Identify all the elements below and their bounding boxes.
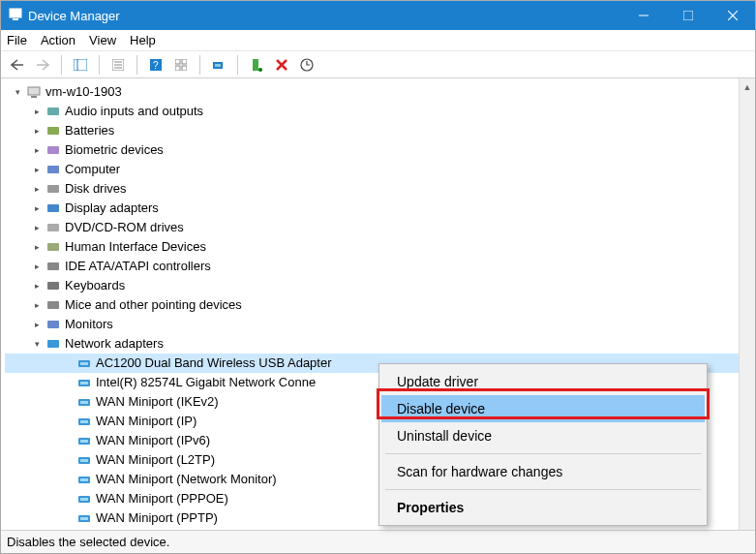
svg-rect-16: [175, 66, 180, 71]
tree-category[interactable]: ▸Monitors: [5, 315, 739, 334]
tree-category[interactable]: ▸Keyboards: [5, 276, 739, 295]
toolbar-separator: [199, 55, 200, 75]
network-adapter-icon: [76, 394, 92, 410]
chevron-right-icon[interactable]: ▸: [30, 298, 44, 312]
network-adapter-icon: [76, 452, 92, 468]
tree-category[interactable]: ▸Batteries: [5, 121, 739, 140]
toolbar-separator: [237, 55, 238, 75]
tree-category[interactable]: ▸Computer: [5, 160, 739, 179]
device-label: Intel(R) 82574L Gigabit Network Conne: [96, 373, 316, 392]
toolbar-separator: [61, 55, 62, 75]
svg-point-21: [258, 68, 262, 72]
scan-hardware-icon[interactable]: [208, 54, 229, 76]
svg-rect-20: [253, 59, 258, 71]
chevron-right-icon[interactable]: ▸: [30, 318, 44, 331]
svg-rect-6: [74, 59, 87, 71]
menu-file[interactable]: File: [7, 33, 27, 47]
ctx-disable-device[interactable]: Disable device: [381, 395, 705, 422]
category-icon: [45, 123, 61, 138]
ctx-scan-hardware[interactable]: Scan for hardware changes: [381, 458, 705, 485]
tree-category[interactable]: ▸IDE ATA/ATAPI controllers: [5, 257, 739, 276]
close-button[interactable]: [711, 1, 755, 30]
tree-category[interactable]: ▸Human Interface Devices: [5, 237, 739, 257]
svg-rect-55: [80, 498, 88, 501]
device-label: WAN Miniport (PPTP): [96, 508, 218, 528]
root-label: vm-w10-1903: [45, 82, 122, 102]
category-label: IDE ATA/ATAPI controllers: [65, 257, 211, 276]
uninstall-icon[interactable]: [271, 54, 292, 76]
forward-button[interactable]: [32, 54, 53, 76]
category-icon: [45, 142, 61, 158]
ctx-uninstall-device[interactable]: Uninstall device: [381, 422, 705, 449]
category-icon: [45, 336, 61, 352]
svg-rect-28: [47, 127, 59, 135]
category-label: Disk drives: [65, 179, 127, 199]
menu-help[interactable]: Help: [130, 33, 156, 47]
back-button[interactable]: [7, 54, 28, 76]
svg-rect-26: [31, 96, 37, 98]
category-label: Audio inputs and outputs: [65, 102, 203, 121]
scroll-up-icon[interactable]: ▲: [740, 78, 755, 95]
menu-action[interactable]: Action: [41, 33, 76, 47]
svg-rect-25: [28, 87, 40, 95]
ctx-separator: [385, 489, 701, 490]
tree-root[interactable]: ▾ vm-w10-1903: [5, 82, 739, 102]
menu-view[interactable]: View: [89, 33, 116, 47]
computer-icon: [26, 84, 42, 100]
minimize-button[interactable]: [621, 1, 666, 30]
category-label: Biometric devices: [65, 140, 164, 160]
tree-category[interactable]: ▸Audio inputs and outputs: [5, 102, 739, 121]
chevron-right-icon[interactable]: ▸: [30, 143, 44, 157]
tile-icon[interactable]: [170, 54, 192, 76]
status-text: Disables the selected device.: [7, 535, 169, 549]
help-icon[interactable]: ?: [145, 54, 166, 76]
svg-rect-0: [10, 9, 21, 17]
category-icon: [45, 220, 61, 235]
category-label: Network adapters: [65, 334, 164, 354]
window-title: Device Manager: [28, 9, 621, 23]
enable-device-icon[interactable]: [246, 54, 267, 76]
chevron-right-icon[interactable]: ▸: [30, 221, 44, 234]
device-label: AC1200 Dual Band Wireless USB Adapter: [96, 354, 332, 373]
svg-rect-19: [215, 64, 221, 67]
chevron-right-icon[interactable]: ▸: [30, 201, 44, 215]
svg-rect-29: [47, 146, 59, 154]
properties-icon[interactable]: [107, 54, 129, 76]
chevron-down-icon[interactable]: ▾: [11, 85, 24, 99]
chevron-down-icon[interactable]: ▾: [30, 337, 44, 351]
ctx-update-driver[interactable]: Update driver: [381, 368, 705, 395]
svg-rect-34: [47, 243, 59, 251]
toolbar: ?: [1, 51, 755, 78]
tree-category[interactable]: ▸Display adapters: [5, 199, 739, 218]
chevron-right-icon[interactable]: ▸: [30, 240, 44, 254]
tree-category[interactable]: ▸Disk drives: [5, 179, 739, 199]
chevron-right-icon[interactable]: ▸: [30, 279, 44, 292]
update-driver-icon[interactable]: [296, 54, 318, 76]
tree-category[interactable]: ▸Mice and other pointing devices: [5, 295, 739, 315]
network-adapter-icon: [76, 414, 92, 429]
svg-rect-49: [80, 440, 88, 443]
ctx-label: Update driver: [397, 374, 478, 389]
svg-rect-45: [80, 401, 88, 404]
vertical-scrollbar[interactable]: ▲: [739, 78, 755, 530]
category-label: Computer: [65, 160, 120, 179]
tree-category[interactable]: ▸Biometric devices: [5, 140, 739, 160]
chevron-right-icon[interactable]: ▸: [30, 182, 44, 196]
category-icon: [45, 162, 61, 177]
device-label: WAN Miniport (L2TP): [96, 450, 215, 470]
show-hide-tree-icon[interactable]: [70, 54, 91, 76]
category-icon: [45, 239, 61, 255]
tree-category[interactable]: ▸DVD/CD-ROM drives: [5, 218, 739, 237]
chevron-right-icon[interactable]: ▸: [30, 260, 44, 273]
chevron-right-icon[interactable]: ▸: [30, 163, 44, 176]
svg-rect-35: [47, 262, 59, 270]
menubar: File Action View Help: [1, 30, 755, 51]
category-icon: [45, 317, 61, 332]
chevron-right-icon[interactable]: ▸: [30, 124, 44, 138]
ctx-label: Uninstall device: [397, 428, 492, 444]
svg-rect-3: [683, 11, 693, 20]
chevron-right-icon[interactable]: ▸: [30, 105, 44, 118]
tree-category[interactable]: ▾Network adapters: [5, 334, 739, 354]
maximize-button[interactable]: [666, 1, 711, 30]
ctx-properties[interactable]: Properties: [381, 494, 705, 521]
